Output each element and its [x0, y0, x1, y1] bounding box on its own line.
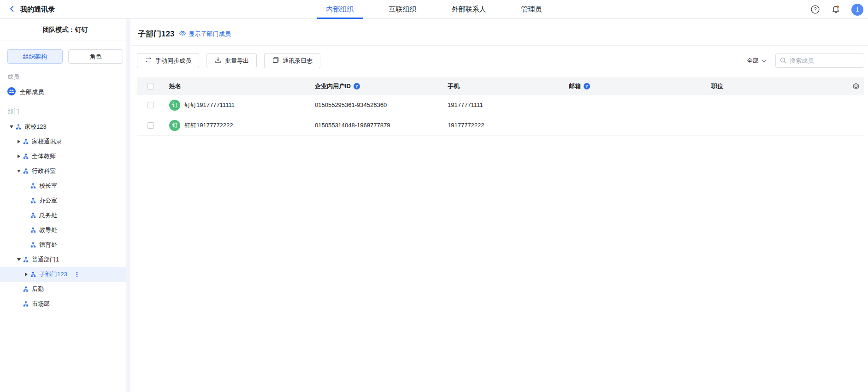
avatar[interactable]: 1 [851, 4, 863, 16]
app-root: 我的通讯录 内部组织互联组织外部联系人管理员 ? 1 团队模式：钉钉 组织架构 … [0, 0, 868, 392]
tree-item-label: 总务处 [39, 211, 57, 220]
tree-item[interactable]: 全体教师 [0, 149, 130, 164]
tree-caret-icon[interactable] [15, 258, 23, 261]
department-tree: 家校123家校通讯录全体教师行政科室校长室办公室总务处教导处德育处普通部门1子部… [0, 118, 130, 311]
tree-item[interactable]: 后勤 [0, 282, 130, 297]
members-table: 姓名企业内用户ID?手机邮箱?职位 钉钉钉1917777111110150552… [137, 77, 864, 136]
svg-text:?: ? [814, 6, 816, 12]
show-sub-members-link[interactable]: 显示子部门成员 [179, 30, 230, 38]
tab-2[interactable]: 外部联系人 [443, 0, 496, 19]
column-settings-icon[interactable] [852, 83, 860, 90]
tab-3[interactable]: 管理员 [512, 0, 551, 19]
tree-caret-icon[interactable] [15, 140, 23, 143]
tree-item[interactable]: 子部门123⋮ [0, 267, 130, 282]
column-header-label: 邮箱 [569, 82, 581, 90]
manual-sync-label: 手动同步成员 [155, 57, 191, 65]
contacts-log-label: 通讯录日志 [283, 57, 313, 65]
team-mode-label: 团队模式：钉钉 [0, 19, 130, 41]
department-icon [30, 272, 36, 277]
member-avatar: 钉 [169, 100, 180, 111]
svg-text:?: ? [585, 83, 588, 89]
table-header: 姓名企业内用户ID?手机邮箱?职位 [137, 77, 864, 95]
all-members-icon [7, 87, 16, 97]
member-name: 钉钉191777711111 [184, 101, 235, 109]
tree-item[interactable]: 校长室 [0, 178, 130, 193]
tree-item-label: 全体教师 [32, 152, 56, 160]
page-title: 我的通讯录 [20, 5, 55, 14]
table-body: 钉钉钉191777711111015055295361-934526360191… [137, 95, 864, 136]
search-icon [779, 57, 787, 65]
help-icon[interactable]: ? [810, 5, 820, 14]
tree-item[interactable]: 教导处 [0, 223, 130, 238]
column-header: 手机 [448, 82, 569, 90]
column-header-label: 姓名 [169, 82, 181, 90]
tree-item[interactable]: 办公室 [0, 193, 130, 208]
member-search [775, 53, 864, 68]
eye-icon [179, 30, 186, 38]
sidebar-scrollbar[interactable] [126, 19, 130, 392]
select-all-checkbox[interactable] [148, 83, 154, 89]
tree-item-label: 子部门123 [39, 270, 67, 279]
tree-item[interactable]: 普通部门1 [0, 252, 130, 267]
sidebar-item-all-members[interactable]: 全部成员 [0, 83, 130, 101]
tree-item-label: 行政科室 [32, 167, 56, 175]
back-button[interactable] [8, 5, 16, 14]
tab-0[interactable]: 内部组织 [317, 0, 363, 19]
contacts-log-button[interactable]: 通讯录日志 [264, 53, 320, 68]
tree-item[interactable]: 德育处 [0, 238, 130, 252]
tree-item[interactable]: 家校通讯录 [0, 134, 130, 149]
department-title: 子部门123 [138, 29, 174, 39]
column-header-label: 手机 [448, 82, 460, 90]
help-badge-icon[interactable]: ? [354, 83, 360, 89]
search-input[interactable] [775, 53, 864, 68]
org-structure-button[interactable]: 组织架构 [7, 49, 63, 64]
tree-item-label: 普通部门1 [32, 255, 59, 264]
tree-item[interactable]: 市场部 [0, 297, 130, 311]
log-document-icon [272, 56, 279, 65]
tree-caret-icon[interactable] [15, 154, 23, 158]
tree-caret-icon[interactable] [22, 273, 30, 276]
help-badge-icon[interactable]: ? [584, 83, 590, 89]
table-row[interactable]: 钉钉钉191777711111015055295361-934526360191… [137, 95, 864, 115]
table-row[interactable]: 钉钉钉19177772222015055314048-1969777879191… [137, 115, 864, 136]
tab-1[interactable]: 互联组织 [380, 0, 426, 19]
batch-export-button[interactable]: 批量导出 [207, 53, 257, 68]
department-icon [16, 124, 21, 130]
member-user-id: 015055314048-1969777879 [315, 122, 448, 129]
department-icon [23, 286, 29, 292]
roles-button[interactable]: 角色 [68, 49, 124, 64]
tree-item[interactable]: 行政科室 [0, 164, 130, 178]
row-checkbox[interactable] [148, 122, 154, 129]
department-icon [30, 227, 36, 233]
filter-dropdown-value: 全部 [747, 57, 759, 65]
tree-caret-icon[interactable] [15, 170, 23, 172]
members-section-label: 成员 [0, 66, 130, 83]
sidebar-toggle-row: 组织架构 角色 [0, 41, 130, 66]
more-options-icon[interactable]: ⋮ [74, 271, 80, 278]
row-checkbox[interactable] [148, 102, 154, 108]
svg-text:?: ? [355, 83, 358, 89]
body-layout: 团队模式：钉钉 组织架构 角色 成员 全部成员 部门 家校123家校通讯录全体教… [0, 19, 868, 392]
download-icon [214, 56, 222, 65]
sync-icon [145, 56, 152, 65]
member-name: 钉钉19177772222 [184, 121, 233, 130]
manual-sync-button[interactable]: 手动同步成员 [137, 53, 199, 68]
topbar: 我的通讯录 内部组织互联组织外部联系人管理员 ? 1 [0, 0, 868, 19]
tree-item[interactable]: 总务处 [0, 208, 130, 223]
show-sub-members-label: 显示子部门成员 [189, 30, 230, 38]
tree-item[interactable]: 家校123 [0, 119, 130, 134]
department-icon [23, 139, 29, 144]
member-user-id: 015055295361-934526360 [315, 101, 448, 108]
department-icon [23, 257, 29, 262]
notification-bell-icon[interactable] [831, 5, 840, 14]
department-icon [30, 213, 36, 218]
tree-caret-icon[interactable] [7, 125, 16, 128]
member-phone: 19177771111 [448, 101, 569, 108]
main-content: 子部门123 显示子部门成员 手动同步成员 [130, 19, 868, 392]
column-header-label: 职位 [711, 82, 723, 90]
department-icon [23, 168, 29, 174]
tree-item-label: 办公室 [39, 196, 57, 205]
filter-dropdown[interactable]: 全部 [747, 57, 766, 65]
column-header: 职位 [711, 82, 844, 90]
department-icon [30, 242, 36, 248]
